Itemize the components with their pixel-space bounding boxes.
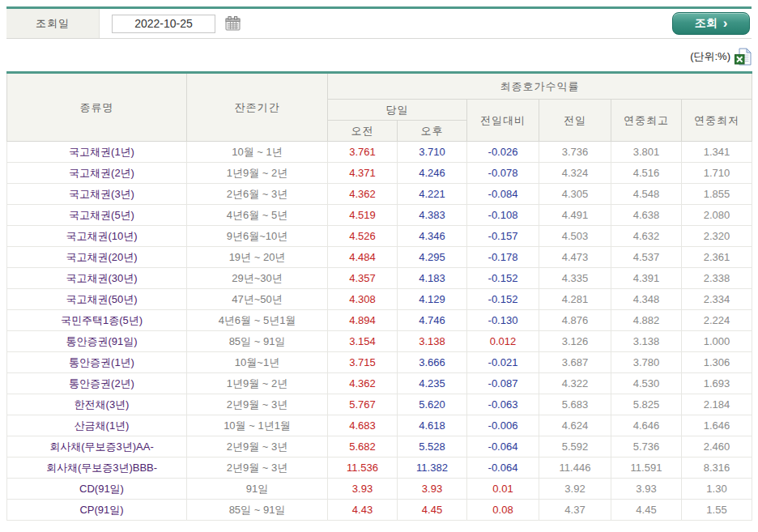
year-high: 4.348 [611,289,682,310]
yield-pm: 4.183 [398,268,467,289]
remaining-maturity: 19년 ~ 20년 [187,247,328,268]
yield-pm: 4.746 [398,310,467,331]
yield-table: 종류명 잔존기간 최종호가수익률 당일 전일대비 전일 연중최고 연중최저 오전… [6,71,752,521]
excel-download-icon[interactable] [735,48,752,66]
remaining-maturity: 9년6월~10년 [187,226,328,247]
yield-pm: 4.295 [398,247,467,268]
remaining-maturity: 2년9월 ~ 3년 [187,394,328,415]
table-row: 국민주택1종(5년) 4년6월 ~ 5년1월 4.894 4.746 -0.13… [7,310,752,331]
prev-day-yield: 3.92 [539,479,611,500]
change-vs-prev-day: -0.006 [467,415,539,436]
table-row: 국고채권(3년) 2년6월 ~ 3년 4.362 4.221 -0.084 4.… [7,184,752,205]
remaining-maturity: 4년6월 ~ 5년 [187,205,328,226]
bond-name: 국민주택1종(5년) [7,310,187,331]
prev-day-yield: 4.473 [539,247,611,268]
yield-am: 4.894 [328,310,398,331]
table-row: 회사채(무보증3년)AA- 2년9월 ~ 3년 5.682 5.528 -0.0… [7,436,752,458]
col-header-maturity: 잔존기간 [187,73,328,142]
search-button[interactable]: 조회 › [672,12,750,35]
remaining-maturity: 10월 ~ 1년1월 [187,415,328,436]
yield-am: 4.519 [328,205,398,226]
year-low: 1.30 [682,479,752,500]
remaining-maturity: 2년9월 ~ 3년 [187,436,328,458]
table-row: 국고채권(10년) 9년6월~10년 4.526 4.346 -0.157 4.… [7,226,752,247]
remaining-maturity: 2년9월 ~ 3년 [187,458,328,479]
table-header: 종류명 잔존기간 최종호가수익률 당일 전일대비 전일 연중최고 연중최저 오전… [7,73,752,142]
bond-name: 국고채권(2년) [7,163,187,184]
yield-am: 3.761 [328,142,398,163]
prev-day-yield: 5.592 [539,436,611,458]
prev-day-yield: 3.687 [539,352,611,373]
yield-am: 4.484 [328,247,398,268]
prev-day-yield: 4.281 [539,289,611,310]
yield-pm: 4.383 [398,205,467,226]
table-row: 통안증권(2년) 1년9월 ~ 2년 4.362 4.235 -0.087 4.… [7,373,752,394]
col-header-am: 오전 [328,121,398,142]
col-header-yield-group: 최종호가수익률 [328,73,752,100]
bond-name: 국고채권(20년) [7,247,187,268]
yield-pm: 11.382 [398,458,467,479]
yield-pm: 3.138 [398,331,467,352]
year-low: 1.855 [682,184,752,205]
prev-day-yield: 4.322 [539,373,611,394]
remaining-maturity: 2년6월 ~ 3년 [187,184,328,205]
bond-name: 국고채권(30년) [7,268,187,289]
search-toolbar: 조회일 조회 › [6,6,752,39]
change-vs-prev-day: -0.130 [467,310,539,331]
year-high: 3.780 [611,352,682,373]
remaining-maturity: 85일 ~ 91일 [187,331,328,352]
change-vs-prev-day: -0.178 [467,247,539,268]
yield-am: 3.93 [328,479,398,500]
bond-name: 국고채권(50년) [7,289,187,310]
excel-icon-glyph [735,48,752,66]
bond-yield-page: 조회일 조회 › (단위:%) [0,0,758,532]
yield-am: 4.371 [328,163,398,184]
yield-am: 5.682 [328,436,398,458]
year-low: 2.224 [682,310,752,331]
yield-am: 4.308 [328,289,398,310]
bond-name: 국고채권(10년) [7,226,187,247]
table-row: 회사채(무보증3년)BBB- 2년9월 ~ 3년 11.536 11.382 -… [7,458,752,479]
change-vs-prev-day: 0.01 [467,479,539,500]
year-high: 11.591 [611,458,682,479]
change-vs-prev-day: -0.108 [467,205,539,226]
col-header-today: 당일 [328,100,467,121]
bond-name: 회사채(무보증3년)AA- [7,436,187,458]
year-high: 4.882 [611,310,682,331]
table-body: 국고채권(1년) 10월 ~ 1년 3.761 3.710 -0.026 3.7… [7,142,752,521]
year-high: 3.801 [611,142,682,163]
yield-pm: 4.235 [398,373,467,394]
change-vs-prev-day: -0.157 [467,226,539,247]
year-low: 2.320 [682,226,752,247]
year-high: 4.632 [611,226,682,247]
change-vs-prev-day: -0.021 [467,352,539,373]
year-low: 2.080 [682,205,752,226]
yield-pm: 4.45 [398,500,467,521]
table-row: CD(91일) 91일 3.93 3.93 0.01 3.92 3.93 1.3… [7,479,752,500]
year-high: 3.138 [611,331,682,352]
prev-day-yield: 5.683 [539,394,611,415]
chevron-right-icon: › [723,16,728,30]
yield-am: 5.767 [328,394,398,415]
remaining-maturity: 1년9월 ~ 2년 [187,163,328,184]
unit-row: (단위:%) [6,47,752,66]
table-row: 국고채권(50년) 47년~50년 4.308 4.129 -0.152 4.2… [7,289,752,310]
yield-pm: 3.93 [398,479,467,500]
year-high: 4.646 [611,415,682,436]
remaining-maturity: 10월 ~ 1년 [187,142,328,163]
year-low: 2.184 [682,394,752,415]
yield-pm: 3.710 [398,142,467,163]
change-vs-prev-day: -0.084 [467,184,539,205]
date-input[interactable] [112,15,215,33]
bond-name: CP(91일) [7,500,187,521]
year-low: 1.646 [682,415,752,436]
calendar-icon[interactable] [224,15,242,32]
prev-day-yield: 4.876 [539,310,611,331]
change-vs-prev-day: 0.08 [467,500,539,521]
yield-am: 11.536 [328,458,398,479]
bond-name: 국고채권(5년) [7,205,187,226]
yield-pm: 4.618 [398,415,467,436]
table-row: CP(91일) 85일 ~ 91일 4.43 4.45 0.08 4.37 4.… [7,500,752,521]
calendar-icon-glyph [225,16,241,31]
search-button-label: 조회 [695,16,718,31]
